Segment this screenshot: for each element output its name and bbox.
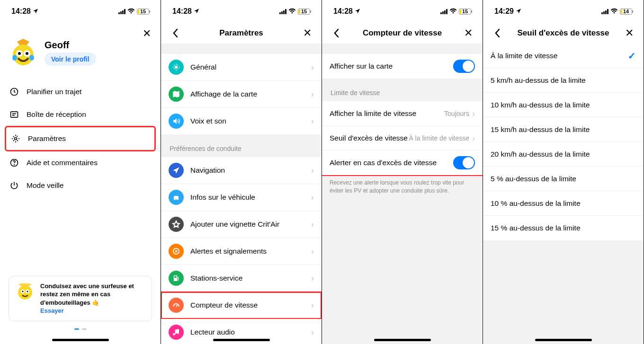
location-icon [33, 7, 38, 16]
settings-body: Afficher sur la carte Limite de vitesse … [322, 44, 483, 344]
power-icon [9, 181, 19, 190]
speedometer-icon [169, 298, 184, 313]
chevron-right-icon: › [311, 62, 314, 72]
view-profile-button[interactable]: Voir le profil [45, 53, 96, 66]
menu-settings[interactable]: Paramètres [5, 126, 156, 151]
panel-menu: 14:28 15 ✕ [0, 0, 161, 344]
threshold-option[interactable]: 5 km/h au-dessus de la limite [483, 68, 644, 93]
back-button[interactable] [492, 28, 503, 38]
home-indicator[interactable] [374, 339, 431, 341]
back-button[interactable] [170, 28, 181, 38]
close-icon[interactable]: ✕ [143, 27, 151, 40]
close-button[interactable]: ✕ [463, 27, 474, 39]
row-label: Alertes et signalements [190, 247, 311, 256]
status-bar: 14:28 15 [322, 0, 483, 23]
close-button[interactable]: ✕ [624, 27, 635, 39]
wifi-icon [127, 7, 135, 16]
row-voice[interactable]: Voix et son › [161, 108, 322, 134]
chevron-right-icon: › [311, 116, 314, 126]
row-general[interactable]: Général › [161, 54, 322, 81]
menu-item-label: Boîte de réception [27, 110, 86, 119]
close-button[interactable]: ✕ [302, 27, 313, 39]
settings-body: À la limite de vitesse✓5 km/h au-dessus … [483, 44, 644, 344]
svg-point-14 [22, 291, 24, 292]
signal-icon [118, 9, 125, 14]
menu-plan-trip[interactable]: Planifier un trajet [5, 80, 156, 103]
svg-point-12 [18, 285, 32, 300]
chevron-right-icon: › [311, 166, 314, 176]
row-alerts[interactable]: Alertes et signalements › [161, 238, 322, 265]
row-vehicle[interactable]: Infos sur le véhicule › [161, 184, 322, 211]
row-navigation[interactable]: Navigation › [161, 157, 322, 184]
svg-point-2 [18, 52, 21, 55]
signal-icon [279, 9, 286, 14]
threshold-option[interactable]: 10 km/h au-dessus de la limite [483, 93, 644, 117]
gear-icon [169, 60, 184, 75]
row-map[interactable]: Affichage de la carte › [161, 81, 322, 108]
location-icon [516, 7, 521, 16]
status-time: 14:28 [333, 7, 353, 16]
home-indicator[interactable] [535, 339, 592, 341]
option-label: À la limite de vitesse [491, 52, 628, 60]
pager-dot [82, 328, 87, 330]
chevron-right-icon: › [311, 273, 314, 283]
battery-icon: 15 [459, 9, 471, 15]
menu-help[interactable]: Aide et commentaires [5, 151, 156, 174]
toggle-show-on-map[interactable] [453, 60, 475, 73]
battery-icon: 15 [137, 9, 149, 15]
threshold-option[interactable]: 15 % au-dessus de la limite [483, 216, 644, 240]
svg-point-19 [177, 199, 178, 200]
home-indicator[interactable] [52, 339, 109, 341]
svg-point-17 [175, 66, 178, 69]
gas-icon [169, 271, 184, 286]
option-label: 5 % au-dessus de la limite [491, 175, 636, 183]
svg-point-18 [174, 199, 175, 200]
row-label: Compteur de vitesse [190, 301, 311, 309]
option-label: 15 km/h au-dessus de la limite [491, 125, 636, 134]
promo-card[interactable]: Conduisez avec une surfeuse et restez ze… [9, 276, 152, 321]
row-label: Navigation [190, 166, 311, 175]
panel-speedometer: 14:28 15 Compteur de vitesse ✕ Afficher … [322, 0, 483, 344]
threshold-option[interactable]: 10 % au-dessus de la limite [483, 191, 644, 216]
row-critair[interactable]: Ajouter une vignette Crit'Air › [161, 211, 322, 238]
threshold-option[interactable]: À la limite de vitesse✓ [483, 44, 644, 68]
panel-threshold: 14:29 14 Seuil d'excès de vitesse ✕ À la… [483, 0, 644, 344]
threshold-option[interactable]: 15 km/h au-dessus de la limite [483, 117, 644, 142]
row-show-on-map[interactable]: Afficher sur la carte [322, 54, 483, 79]
toggle-alert-speeding[interactable] [453, 156, 475, 169]
row-alert-speeding[interactable]: Alerter en cas d'excès de vitesse [322, 150, 483, 175]
profile-name: Geoff [45, 40, 96, 51]
status-time: 14:28 [172, 7, 192, 16]
profile-row[interactable]: Geoff Voir le profil [0, 23, 161, 79]
pager [0, 328, 161, 330]
battery-icon: 15 [298, 9, 310, 15]
svg-point-16 [27, 291, 28, 292]
signal-icon [440, 9, 447, 14]
music-icon [169, 325, 184, 340]
menu-item-label: Planifier un trajet [27, 88, 81, 96]
wifi-icon [610, 7, 618, 16]
back-button[interactable] [331, 28, 342, 38]
threshold-option[interactable]: 5 % au-dessus de la limite [483, 167, 644, 191]
chevron-right-icon: › [311, 193, 314, 203]
menu-item-label: Aide et commentaires [27, 159, 98, 167]
svg-rect-8 [11, 112, 18, 117]
menu-inbox[interactable]: Boîte de réception [5, 103, 156, 126]
row-label: Infos sur le véhicule [190, 193, 311, 202]
home-indicator[interactable] [213, 339, 270, 341]
row-show-limit[interactable]: Afficher la limite de vitesse Toujours › [322, 101, 483, 126]
row-threshold[interactable]: Seuil d'excès de vitesse À la limite de … [322, 126, 483, 150]
row-speedometer[interactable]: Compteur de vitesse › [161, 292, 322, 319]
option-label: 20 km/h au-dessus de la limite [491, 150, 636, 159]
promo-try-link[interactable]: Essayer [40, 307, 64, 314]
battery-icon: 14 [620, 9, 632, 15]
chevron-right-icon: › [311, 247, 314, 256]
chevron-right-icon: › [472, 133, 475, 143]
footnote: Recevez une alerte lorsque vous roulez t… [322, 175, 483, 203]
option-label: 5 km/h au-dessus de la limite [491, 76, 636, 85]
row-label: Général [190, 63, 311, 71]
threshold-option[interactable]: 20 km/h au-dessus de la limite [483, 142, 644, 167]
message-icon [9, 110, 19, 119]
row-gas[interactable]: Stations-service › [161, 265, 322, 292]
menu-sleep[interactable]: Mode veille [5, 174, 156, 197]
